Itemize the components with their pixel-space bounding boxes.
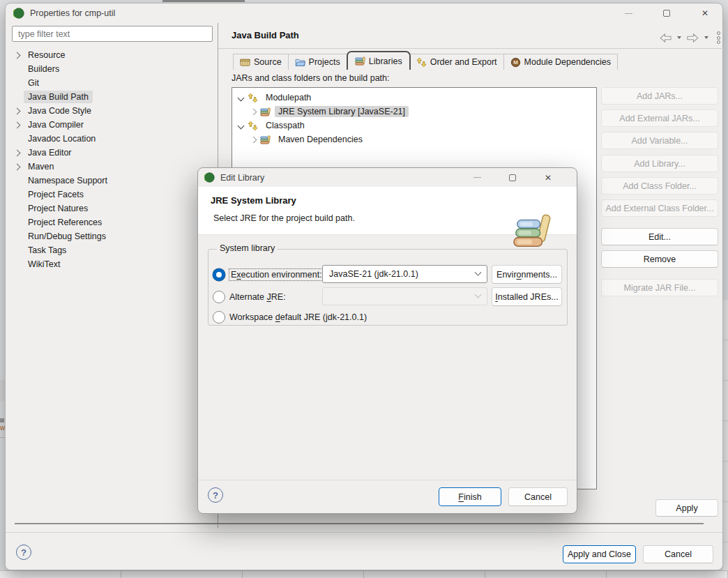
system-library-group: System library Execution environment: Ja… (208, 249, 568, 326)
sidebar-item-maven[interactable]: Maven (6, 160, 217, 174)
updown-arrows-icon (248, 121, 258, 131)
help-icon[interactable]: ? (16, 545, 31, 560)
sidebar-item-namespace-support[interactable]: Namespace Support (6, 174, 217, 188)
apply-button[interactable]: Apply (655, 499, 718, 517)
filter-input[interactable] (12, 26, 213, 42)
svg-text:M: M (513, 59, 518, 66)
cancel-button[interactable]: Cancel (643, 545, 713, 563)
maximize-icon (509, 174, 516, 181)
chevron-right-icon[interactable] (250, 136, 257, 143)
tab-source[interactable]: Source (233, 54, 289, 70)
forward-arrow-icon[interactable] (687, 33, 699, 43)
sidebar-item-git[interactable]: Git (6, 76, 217, 90)
background-window-fragment (0, 418, 4, 423)
package-icon (240, 57, 250, 68)
alternate-jre-radio[interactable] (213, 291, 225, 303)
dialog-title: Edit Library (220, 173, 264, 183)
chevron-down-icon[interactable] (238, 94, 245, 101)
library-books-icon (260, 107, 271, 117)
add-jars-button[interactable]: Add JARs... (601, 87, 718, 105)
background-window-fragment (162, 0, 245, 2)
content-separator (15, 523, 704, 524)
sidebar-item-run-debug-settings[interactable]: Run/Debug Settings (6, 229, 217, 243)
workspace-default-jre-radio[interactable] (213, 311, 225, 324)
eclipse-icon (204, 172, 215, 183)
alternate-jre-label: Alternate JRE: (229, 292, 286, 302)
chevron-down-icon (475, 268, 482, 275)
add-variable-button[interactable]: Add Variable... (601, 132, 718, 149)
chevron-right-icon[interactable] (14, 107, 21, 114)
sidebar-item-project-facets[interactable]: Project Facets (6, 188, 217, 201)
tab-projects[interactable]: Projects (289, 54, 347, 70)
dialog-header: JRE System Library Select JRE for the pr… (198, 187, 577, 235)
dialog-description: Select JRE for the project build path. (213, 213, 355, 223)
sidebar-item-java-build-path[interactable]: Java Build Path (6, 90, 217, 104)
minimize-button[interactable] (621, 6, 636, 21)
tab-libraries[interactable]: Libraries (347, 51, 411, 70)
execution-environment-radio[interactable] (213, 268, 225, 281)
add-external-jars-button[interactable]: Add External JARs... (601, 109, 718, 127)
remove-button[interactable]: Remove (601, 250, 718, 268)
group-label: System library (217, 243, 278, 253)
background-window-fragment (0, 380, 5, 401)
help-icon[interactable]: ? (208, 487, 223, 503)
books-stack-icon (513, 212, 551, 250)
library-books-icon (355, 56, 365, 66)
header-divider (218, 48, 724, 49)
tree-node-jre-system-library[interactable]: JRE System Library [JavaSE-21] (232, 105, 596, 119)
minimize-button[interactable] (469, 170, 485, 185)
updown-arrows-icon (248, 93, 258, 103)
back-dropdown-icon[interactable] (677, 36, 681, 39)
sidebar-item-java-editor[interactable]: Java Editor (6, 146, 217, 160)
dialog-heading: JRE System Library (211, 195, 296, 206)
alternate-jre-select[interactable] (322, 287, 487, 305)
chevron-right-icon[interactable] (14, 149, 21, 156)
execution-environment-select[interactable]: JavaSE-21 (jdk-21.0.1) (322, 265, 487, 283)
dialog-button-bar: ? Apply and Close Cancel (6, 532, 722, 571)
sidebar-item-java-compiler[interactable]: Java Compiler (6, 118, 217, 132)
properties-category-tree: Resource Builders Git Java Build Path Ja… (6, 48, 217, 271)
view-menu-icon[interactable] (717, 31, 720, 44)
maximize-button[interactable] (659, 6, 674, 21)
installed-jres-button[interactable]: Installed JREs... (492, 287, 562, 306)
tab-module-dependencies[interactable]: M Module Dependencies (504, 54, 618, 70)
migrate-jar-file-button[interactable]: Migrate JAR File... (601, 279, 718, 296)
sidebar-item-java-code-style[interactable]: Java Code Style (6, 104, 217, 118)
sidebar-item-project-references[interactable]: Project References (6, 215, 217, 229)
add-class-folder-button[interactable]: Add Class Folder... (601, 177, 718, 195)
build-path-tabs: Source Projects Libraries (233, 51, 618, 70)
finish-button[interactable]: Finish (439, 487, 501, 506)
environments-button[interactable]: Environments... (492, 265, 562, 284)
chevron-right-icon[interactable] (14, 163, 21, 170)
maximize-button[interactable] (505, 170, 520, 185)
add-library-button[interactable]: Add Library... (601, 155, 718, 172)
tab-order-and-export[interactable]: Order and Export (410, 54, 504, 70)
edit-button[interactable]: Edit... (601, 228, 718, 245)
forward-dropdown-icon[interactable] (704, 36, 708, 39)
window-titlebar[interactable]: Properties for cmp-util (6, 3, 722, 23)
background-window-strip (0, 570, 728, 578)
dialog-cancel-button[interactable]: Cancel (508, 487, 568, 506)
chevron-right-icon[interactable] (250, 108, 257, 115)
tree-node-maven-dependencies[interactable]: Maven Dependencies (232, 132, 596, 146)
workspace-default-jre-label: Workspace default JRE (jdk-21.0.1) (229, 312, 367, 322)
add-external-class-folder-button[interactable]: Add External Class Folder... (601, 199, 718, 217)
sidebar-item-task-tags[interactable]: Task Tags (6, 243, 217, 257)
window-title: Properties for cmp-util (30, 8, 115, 18)
tree-node-modulepath[interactable]: Modulepath (232, 91, 596, 105)
background-window-fragment: wi (0, 424, 5, 434)
close-button[interactable]: ✕ (697, 6, 713, 21)
sidebar-item-wikitext[interactable]: WikiText (6, 257, 217, 271)
sidebar-item-javadoc-location[interactable]: Javadoc Location (6, 132, 217, 146)
apply-and-close-button[interactable]: Apply and Close (563, 545, 636, 563)
chevron-right-icon[interactable] (14, 121, 21, 128)
sidebar-item-project-natures[interactable]: Project Natures (6, 201, 217, 215)
tree-node-classpath[interactable]: Classpath (232, 119, 596, 132)
sidebar-item-builders[interactable]: Builders (6, 62, 217, 76)
chevron-right-icon[interactable] (14, 52, 21, 59)
order-arrows-icon (416, 57, 427, 68)
chevron-down-icon[interactable] (238, 122, 245, 129)
close-icon[interactable]: ✕ (540, 170, 556, 185)
back-arrow-icon[interactable] (660, 33, 672, 43)
sidebar-item-resource[interactable]: Resource (6, 48, 217, 62)
